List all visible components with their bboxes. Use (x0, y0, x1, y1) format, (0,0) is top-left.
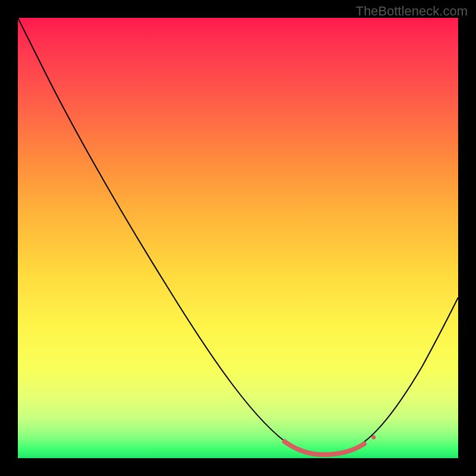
watermark-text: TheBottleneck.com (356, 4, 468, 19)
bottleneck-curve (18, 18, 458, 454)
chart-plot-area (18, 18, 458, 458)
optimal-range-marker (284, 441, 364, 455)
optimal-range-dot (372, 436, 376, 440)
chart-svg (18, 18, 458, 458)
